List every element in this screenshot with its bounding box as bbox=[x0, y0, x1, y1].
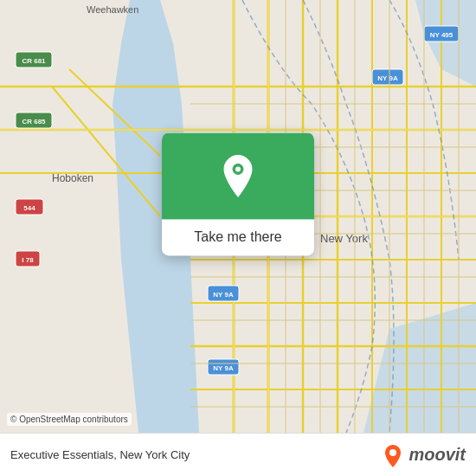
svg-text:Weehawken: Weehawken bbox=[87, 4, 138, 15]
location-label: Executive Essentials, New York City bbox=[10, 448, 190, 461]
svg-point-57 bbox=[389, 449, 396, 456]
map-container: NY 9A NY 9A NY 9A NY 495 CR 681 CR 685 I… bbox=[0, 0, 476, 433]
moovit-pin-icon bbox=[381, 443, 405, 467]
take-me-there-button[interactable]: Take me there bbox=[194, 229, 281, 244]
svg-text:CR 685: CR 685 bbox=[22, 118, 46, 125]
map-attribution: © OpenStreetMap contributors bbox=[7, 413, 132, 426]
location-pin-icon bbox=[219, 153, 257, 198]
popup-card: Take me there bbox=[162, 132, 314, 255]
popup-header bbox=[162, 132, 314, 219]
attribution-text: © OpenStreetMap contributors bbox=[10, 415, 128, 424]
footer-location: Executive Essentials, New York City bbox=[10, 448, 190, 461]
svg-point-56 bbox=[235, 166, 241, 171]
svg-text:NY 9A: NY 9A bbox=[213, 364, 234, 372]
svg-text:NY 9A: NY 9A bbox=[213, 291, 234, 299]
svg-text:Hoboken: Hoboken bbox=[52, 172, 93, 184]
svg-text:CR 681: CR 681 bbox=[22, 57, 46, 65]
moovit-brand-text: moovit bbox=[408, 445, 466, 465]
popup-body[interactable]: Take me there bbox=[162, 219, 314, 255]
svg-text:NY 9A: NY 9A bbox=[377, 74, 398, 82]
moovit-logo: moovit bbox=[381, 443, 466, 467]
footer-bar: Executive Essentials, New York City moov… bbox=[0, 433, 476, 476]
svg-text:I 78: I 78 bbox=[22, 256, 34, 264]
svg-text:NY 495: NY 495 bbox=[430, 31, 453, 39]
svg-text:544: 544 bbox=[23, 204, 35, 212]
